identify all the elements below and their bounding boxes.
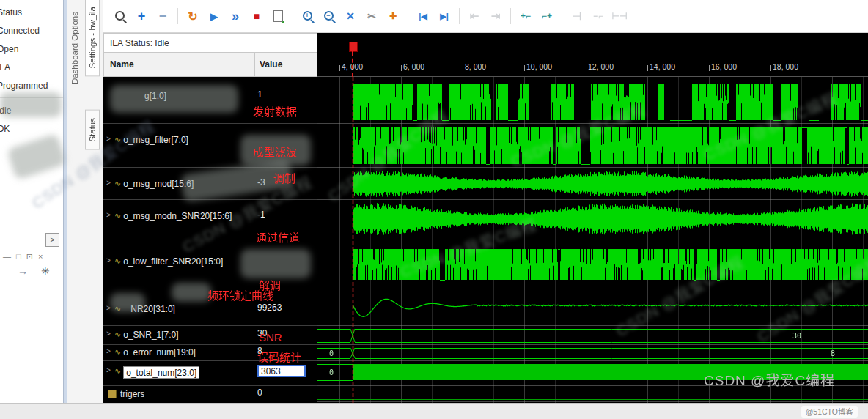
fit-width-button[interactable]: ⊢⊣ [610,7,629,26]
signal-name: g[1:0] [144,91,166,101]
align-left-button[interactable]: ⊣ [567,7,586,26]
signal-name: o_msg_modn_SNR20[15:6] [123,211,232,221]
signal-name[interactable]: o_total_num[23:0] [123,366,199,379]
run-trigger-button[interactable]: ▶ [205,7,224,26]
expand-arrow-icon[interactable]: > [106,135,114,143]
status-item[interactable]: Connected [0,21,63,40]
signal-value: -3 [257,177,265,188]
expand-arrow-icon[interactable]: > [106,304,114,312]
signal-row[interactable]: trigers0 [103,388,317,402]
minimize-icon[interactable]: — [3,252,11,262]
toolbar-separator [510,8,511,24]
panel-footer-icons: →✳ [18,265,50,277]
run-trigger-immediate-button[interactable]: ↻ [183,7,202,26]
expand-arrow-icon[interactable]: > [106,256,114,264]
signal-row[interactable]: >∿o_SNR_1[7:0]30 [103,327,317,344]
signal-name: o_error_num[19:0] [123,347,196,357]
signal-name: o_low_filter_SNR20[15:0] [123,256,223,267]
signal-name: o_msg_filter[7:0] [123,135,188,145]
expand-button[interactable]: > [45,233,59,247]
gear-icon[interactable]: ✳ [41,265,50,277]
expand-arrow-icon[interactable]: > [106,330,114,338]
cut-button[interactable]: ✂ [362,7,381,26]
status-item[interactable]: Programmed [0,76,63,94]
trigger-marker-icon[interactable] [349,42,358,52]
signal-value[interactable]: 3063 [257,365,306,377]
expand-arrow-icon[interactable]: > [106,347,114,355]
waveform-window: +−↻▶»■+−×✂✚|◀▶|⇤⇥+⌐⌐+⊣−⌐⊢⊣ ILA Status: I… [103,0,868,403]
add-probe-right-button[interactable]: ⌐+ [537,7,556,26]
annotation-label: 成型滤波 [253,144,297,159]
next-transition-button[interactable]: ⇥ [486,7,505,26]
close-icon[interactable]: × [38,252,43,262]
add-marker-button[interactable]: ✚ [383,7,402,26]
remove-button[interactable]: − [153,7,172,26]
signal-wave-icon: ∿ [114,211,121,220]
row-separator [103,283,317,283]
row-separator [103,167,317,168]
zoom-in-button[interactable]: + [298,7,317,26]
restore-icon[interactable]: ⊡ [26,252,33,262]
previous-transition-button[interactable]: ⇤ [465,7,484,26]
status-value[interactable]: Idle [0,101,63,119]
waveform-canvas[interactable] [317,77,868,403]
toolbar-separator [293,8,293,24]
tick-mark [339,65,340,71]
tab-settings-hw-ila[interactable]: Settings - hw_ila [85,0,100,76]
hardware-status-values: IdleOK [0,101,63,138]
status-item[interactable]: Status [0,3,63,21]
trigger-icon [108,390,117,398]
row-separator [103,123,317,124]
document-icon [273,10,283,22]
tick-label: 10, 000 [526,62,552,71]
go-to-start-button[interactable]: |◀ [413,7,433,26]
row-separator [103,385,317,386]
signal-wave-icon: ∿ [114,135,121,144]
row-separator [103,199,317,200]
signal-row[interactable]: >∿o_total_num[23:0]3063 [103,363,317,382]
expand-arrow-icon[interactable]: > [106,366,114,374]
tick-label: 14, 000 [650,62,675,71]
row-separator [103,325,317,326]
tick-label: 8, 000 [465,62,486,71]
align-right-button[interactable]: −⌐ [589,7,608,26]
status-value[interactable]: OK [0,119,63,138]
status-item[interactable]: ILA [0,58,63,76]
forward-arrow-icon[interactable]: → [18,265,28,277]
divider [0,97,63,98]
annotation-label: 通过信道 [256,229,300,245]
zoom-in-icon: + [302,10,315,23]
status-item[interactable]: Open [0,40,63,58]
tab-status[interactable]: Status [85,110,100,150]
signal-wave-icon: ∿ [114,347,121,357]
signal-value: -1 [257,210,265,220]
annotation-label: 发射数据 [253,103,297,119]
tick-label: 16, 000 [711,62,737,71]
timeline-header[interactable]: 4, 0006, 0008, 00010, 00012, 00014, 0001… [317,33,868,77]
stop-trigger-button[interactable]: ■ [247,7,266,26]
export-data-button[interactable] [268,7,287,26]
divider [0,248,63,248]
search-button[interactable] [111,7,130,26]
add-probe-left-button[interactable]: +⌐ [516,7,535,26]
value-column-header[interactable]: Value [254,53,317,76]
expand-arrow-icon[interactable]: > [106,211,114,219]
tick-label: 6, 000 [403,62,424,71]
tick-mark [709,65,710,71]
name-column-header[interactable]: Name [104,53,254,76]
zoom-fit-button[interactable]: × [341,7,360,26]
zoom-out-button[interactable]: − [320,7,339,26]
header-row: ILA Status: Idle Name Value 4, 0006, 000… [103,33,868,77]
signal-name: o_msg_mod[15:6] [123,179,194,189]
signal-row[interactable]: >∿o_low_filter_SNR20[15:0] [103,247,317,282]
signal-name: NR20[31:0] [130,304,175,314]
expand-arrow-icon[interactable]: > [106,179,114,187]
add-button[interactable]: + [132,7,151,26]
signal-wave-icon: ∿ [114,256,121,266]
run-all-button[interactable]: » [226,7,245,26]
toolbar-separator [408,8,408,24]
go-to-end-button[interactable]: ▶| [435,7,454,26]
annotation-label: 误码统计 [257,349,301,364]
maximize-icon[interactable]: □ [16,252,21,262]
tick-mark [770,65,771,71]
